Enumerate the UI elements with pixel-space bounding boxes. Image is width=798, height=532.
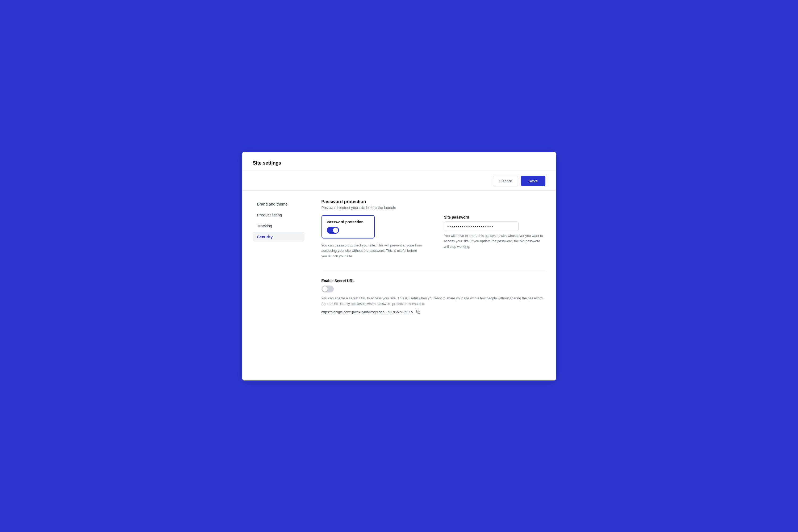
toggle-thumb (333, 228, 338, 233)
secret-url-row: https://konigle.com?pwd=6y0lMPsgtTdgp_L9… (322, 309, 545, 315)
right-column: Site password You will have to share thi… (444, 215, 545, 250)
password-protection-card: Password protection (322, 215, 375, 239)
section-subtitle: Password protect your site before the la… (322, 206, 545, 210)
toggle-thumb-off (322, 286, 328, 292)
sidebar-item-product-listing[interactable]: Product listing (253, 210, 304, 220)
secret-url-toggle-container (322, 286, 545, 292)
card-label: Password protection (327, 220, 369, 224)
settings-window: Site settings Discard Save Brand and the… (242, 152, 556, 380)
password-protection-toggle[interactable] (327, 227, 339, 234)
password-protection-description: You can password protect your site. This… (322, 243, 423, 259)
page-title: Site settings (253, 160, 281, 166)
save-button[interactable]: Save (521, 176, 545, 186)
sidebar: Brand and theme Product listing Tracking… (253, 199, 309, 372)
secret-url-toggle[interactable] (322, 286, 334, 292)
body-area: Brand and theme Product listing Tracking… (242, 191, 556, 380)
section-title: Password protection (322, 199, 545, 205)
toolbar: Discard Save (242, 170, 556, 191)
sidebar-item-brand-and-theme[interactable]: Brand and theme (253, 199, 304, 209)
two-col-layout: Password protection You can password pro… (322, 215, 545, 266)
enable-secret-url-section: Enable Secret URL You can enable a secre… (322, 279, 545, 315)
site-password-label: Site password (444, 215, 545, 219)
copy-icon[interactable] (416, 309, 421, 315)
toggle-container (327, 227, 369, 234)
header: Site settings (242, 152, 556, 170)
discard-button[interactable]: Discard (493, 176, 518, 186)
enable-secret-url-label: Enable Secret URL (322, 279, 545, 283)
password-hint: You will have to share this password wit… (444, 233, 545, 250)
secret-url-description: You can enable a secret URL to access yo… (322, 296, 545, 307)
sidebar-item-security[interactable]: Security (253, 232, 304, 242)
secret-url-text: https://konigle.com?pwd=6y0lMPsgtTdgp_L9… (322, 310, 413, 314)
main-content: Password protection Password protect you… (309, 199, 545, 372)
svg-rect-0 (418, 311, 420, 314)
site-password-input[interactable] (444, 222, 518, 231)
sidebar-item-tracking[interactable]: Tracking (253, 221, 304, 231)
left-column: Password protection You can password pro… (322, 215, 423, 266)
